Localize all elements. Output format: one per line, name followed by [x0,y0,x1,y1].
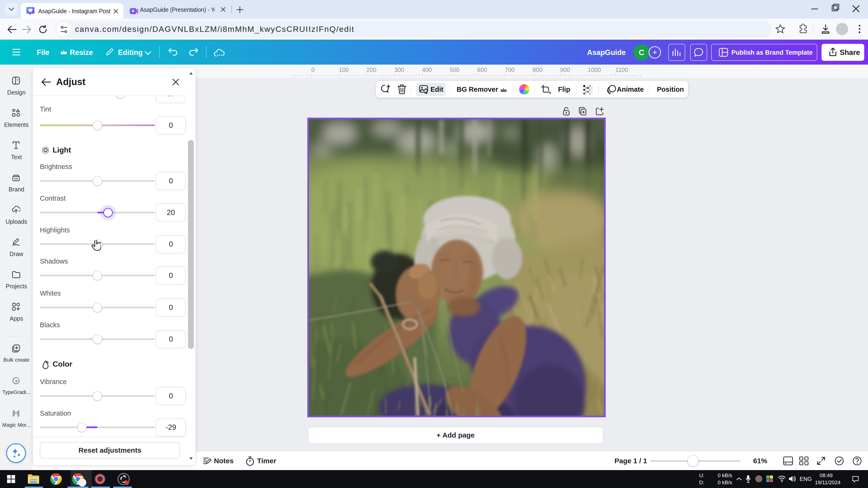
svg-text:co: co [14,177,18,181]
